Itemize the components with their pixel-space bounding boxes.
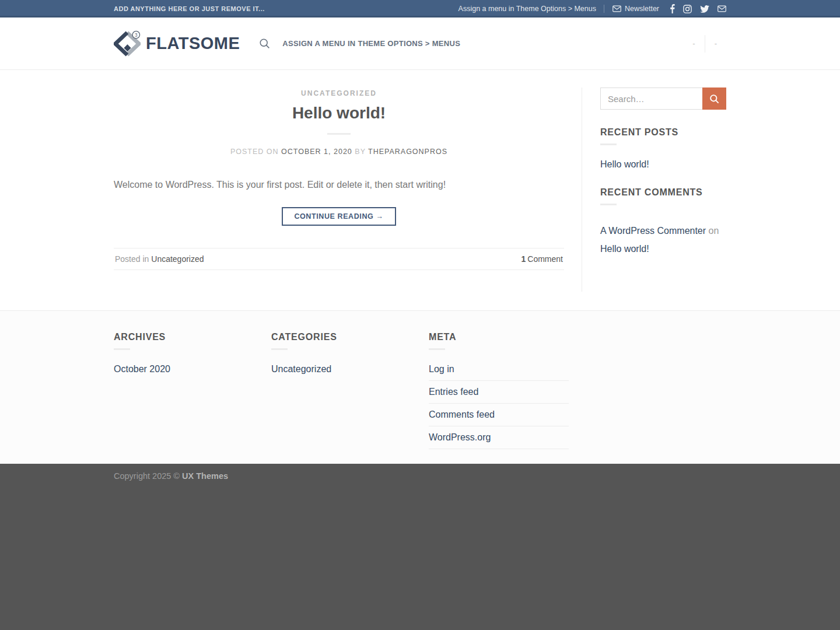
comment-author-link[interactable]: A WordPress Commenter — [600, 226, 706, 236]
comment-post-link[interactable]: Hello world! — [600, 244, 649, 254]
header-right-menu: - - — [683, 35, 726, 52]
footer-column-archives: ARCHIVES October 2020 — [105, 332, 262, 449]
flatsome-diamond-icon: 3 — [114, 30, 141, 57]
recent-comments-title: RECENT COMMENTS — [600, 187, 726, 198]
posted-in-category-link[interactable]: Uncategorized — [151, 254, 204, 264]
widget-divider — [114, 348, 130, 350]
footer-column-title: ARCHIVES — [114, 332, 254, 342]
email-icon — [612, 5, 621, 12]
comment-suffix: Comment — [527, 254, 563, 264]
meta-comments-feed-link[interactable]: Comments feed — [429, 410, 495, 419]
list-item: Entries feed — [429, 381, 569, 404]
post-author-link[interactable]: THEPARAGONPROS — [368, 148, 447, 156]
topbar-right: Assign a menu in Theme Options > Menus N… — [459, 4, 726, 13]
post-meta: POSTED ON OCTOBER 1, 2020 BY THEPARAGONP… — [114, 148, 564, 156]
meta-wordpress-link[interactable]: WordPress.org — [429, 432, 491, 442]
footer-column-empty — [578, 332, 735, 449]
categories-list: Uncategorized — [271, 358, 411, 380]
main-content: UNCATEGORIZED Hello world! POSTED ON OCT… — [0, 70, 840, 310]
post-footer-row: Posted in Uncategorized 1Comment — [114, 248, 564, 270]
widget-divider — [429, 348, 445, 350]
post-title: Hello world! — [114, 104, 564, 123]
email-icon[interactable] — [718, 5, 726, 12]
site-header: 3 FLATSOME ASSIGN A MENU IN THEME OPTION… — [0, 18, 840, 70]
list-item: Comments feed — [429, 404, 569, 426]
header-menu-item-left[interactable]: - — [683, 39, 704, 48]
newsletter-link[interactable]: Newsletter — [604, 5, 666, 13]
comment-count-link[interactable]: 1Comment — [522, 254, 563, 264]
instagram-icon[interactable] — [683, 5, 692, 13]
list-item: Hello world! — [600, 159, 726, 170]
posted-in-label: Posted in — [115, 254, 149, 264]
category-link[interactable]: Uncategorized — [271, 364, 331, 374]
on-label: on — [709, 226, 719, 236]
topbar-menu-hint-link[interactable]: Assign a menu in Theme Options > Menus — [459, 5, 604, 13]
footer-column-categories: CATEGORIES Uncategorized — [262, 332, 420, 449]
post-article: UNCATEGORIZED Hello world! POSTED ON OCT… — [114, 88, 582, 292]
list-item: October 2020 — [114, 358, 254, 380]
copyright-text: Copyright 2025 © — [114, 471, 182, 481]
list-item: WordPress.org — [429, 426, 569, 449]
archive-link[interactable]: October 2020 — [114, 364, 170, 374]
header-menu-hint-link[interactable]: ASSIGN A MENU IN THEME OPTIONS > MENUS — [282, 39, 460, 48]
logo-text: FLATSOME — [146, 34, 240, 53]
search-icon[interactable] — [258, 37, 271, 50]
list-item: Log in — [429, 358, 569, 381]
ux-themes-link[interactable]: UX Themes — [182, 471, 228, 481]
meta-entries-feed-link[interactable]: Entries feed — [429, 387, 478, 397]
list-item: Uncategorized — [271, 358, 411, 380]
footer-column-meta: META Log in Entries feed Comments feed W… — [420, 332, 578, 449]
recent-comment-item: A WordPress Commenter on Hello world! — [600, 222, 726, 258]
by-label: BY — [355, 148, 365, 156]
sidebar: RECENT POSTS Hello world! RECENT COMMENT… — [582, 88, 726, 292]
absolute-footer: Copyright 2025 © UX Themes — [0, 464, 840, 630]
search-submit-button[interactable] — [702, 88, 726, 110]
twitter-icon[interactable] — [700, 5, 709, 13]
announcement-text: ADD ANYTHING HERE OR JUST REMOVE IT... — [114, 5, 265, 12]
post-date-link[interactable]: OCTOBER 1, 2020 — [281, 148, 352, 156]
footer-column-title: CATEGORIES — [271, 332, 411, 342]
recent-posts-list: Hello world! — [600, 159, 726, 170]
footer-column-title: META — [429, 332, 569, 342]
comment-count: 1 — [522, 254, 526, 264]
meta-login-link[interactable]: Log in — [429, 364, 454, 374]
newsletter-label: Newsletter — [625, 5, 659, 13]
title-divider — [327, 133, 351, 135]
widget-divider — [600, 144, 617, 145]
top-bar: ADD ANYTHING HERE OR JUST REMOVE IT... A… — [0, 0, 840, 18]
posted-in: Posted in Uncategorized — [115, 254, 204, 264]
page: ADD ANYTHING HERE OR JUST REMOVE IT... A… — [0, 0, 840, 630]
footer: ARCHIVES October 2020 CATEGORIES Uncateg… — [0, 310, 840, 464]
search-icon — [709, 93, 720, 104]
site-logo[interactable]: 3 FLATSOME — [114, 30, 240, 57]
widget-divider — [271, 348, 288, 350]
search-form — [600, 88, 726, 110]
header-menu-item-right[interactable]: - — [705, 39, 726, 48]
post-category-link[interactable]: UNCATEGORIZED — [301, 89, 377, 97]
continue-reading-button[interactable]: CONTINUE READING → — [282, 207, 396, 226]
recent-post-link[interactable]: Hello world! — [600, 159, 649, 169]
facebook-icon[interactable] — [670, 4, 675, 13]
posted-on-label: POSTED ON — [230, 148, 279, 156]
recent-posts-title: RECENT POSTS — [600, 127, 726, 138]
archives-list: October 2020 — [114, 358, 254, 380]
svg-text:3: 3 — [135, 32, 138, 37]
post-excerpt: Welcome to WordPress. This is your first… — [114, 178, 564, 192]
search-input[interactable] — [600, 88, 702, 110]
widget-divider — [600, 204, 617, 205]
social-links — [666, 4, 726, 13]
meta-list: Log in Entries feed Comments feed WordPr… — [429, 358, 569, 449]
